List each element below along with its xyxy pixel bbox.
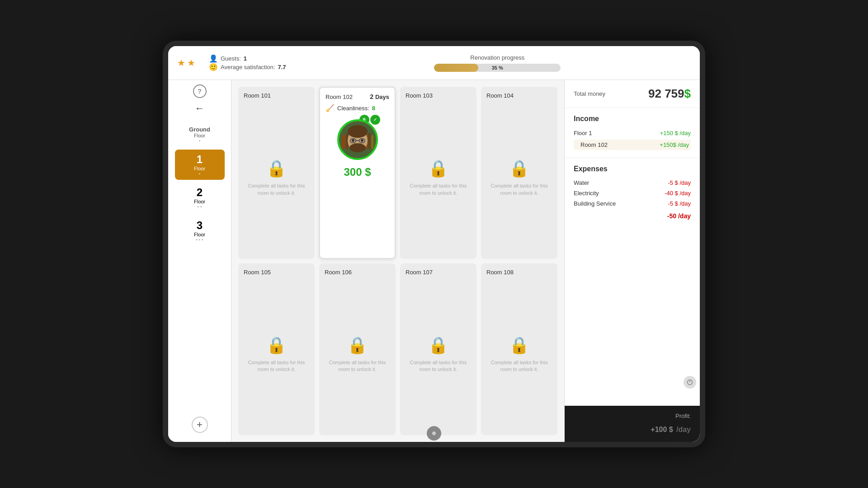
days-num: 2 [370,93,373,100]
avatar-wrapper: 9 ✓ [337,117,378,162]
room-105-card[interactable]: Room 105 🔒 Complete all tasks for this r… [238,263,315,436]
smile-icon: 🙂 [209,63,218,71]
ground-floor-label: Floor [194,133,205,138]
stars-section: ★ ★ [177,57,195,68]
room-107-header: Room 107 [406,269,471,276]
days-label: Days [375,94,389,100]
lock-icon-108: 🔒 [509,336,529,355]
room102-value: +150$ /day [660,141,689,148]
expenses-title: Expenses [574,165,691,173]
room102-label: Room 102 [580,141,608,148]
room-107-card[interactable]: Room 107 🔒 Complete all tasks for this r… [400,263,476,436]
profit-amount: +100 $ [651,426,673,433]
room-103-locked: 🔒 Complete all tasks for this room to un… [406,103,471,253]
guests-row: 👤 Guests: 1 [209,54,286,63]
svg-point-14 [361,139,363,142]
room-105-locked: 🔒 Complete all tasks for this room to un… [244,279,309,430]
room-104-card[interactable]: Room 104 🔒 Complete all tasks for this r… [481,87,557,259]
building-service-value: -5 $ /day [668,200,691,207]
building-service-label: Building Service [574,200,616,207]
room-106-locked-text: Complete all tasks for this room to unlo… [325,359,390,373]
renovation-section: Renovation progress 35 % [304,54,691,72]
room-101-name: Room 101 [244,92,271,99]
right-panel: Total money 92 759$ Income Floor 1 +150 … [564,80,700,442]
room-106-name: Room 106 [325,269,352,276]
sidebar: ? ← Ground Floor • 1 Floor • 2 Floor • • [168,80,231,442]
back-button[interactable]: ← [195,103,205,114]
home-dot [432,432,436,435]
floor-3-item[interactable]: 3 Floor • • • [175,216,225,246]
avatar-face [340,122,376,158]
room-101-locked-text: Complete all tasks for this room to unlo… [244,183,309,197]
room-108-card[interactable]: Room 108 🔒 Complete all tasks for this r… [481,263,557,436]
room-106-locked: 🔒 Complete all tasks for this room to un… [325,279,390,430]
cleanliness-row: 🧹 Cleanliness: 8 [326,104,389,113]
room-101-header: Room 101 [244,92,309,99]
room-105-locked-text: Complete all tasks for this room to unlo… [244,359,309,373]
lock-icon: 🔒 [266,159,287,178]
room-104-name: Room 104 [486,92,514,99]
room-102-days: 2 Days [370,93,389,100]
svg-rect-1 [342,135,345,149]
screen-bezel: ★ ★ 👤 Guests: 1 🙂 Average satisfaction: … [163,41,705,447]
guests-label: Guests: [221,55,241,62]
guests-info: 👤 Guests: 1 🙂 Average satisfaction: 7.7 [209,54,286,71]
room-106-header: Room 106 [325,269,390,276]
rooms-row-2: Room 105 🔒 Complete all tasks for this r… [238,263,557,436]
satisfaction-row: 🙂 Average satisfaction: 7.7 [209,63,286,71]
total-money-value: 92 759$ [648,87,691,101]
money-amount: 92 759 [648,87,684,100]
room-103-locked-text: Complete all tasks for this room to unlo… [406,183,471,197]
svg-rect-5 [368,133,371,149]
profit-section: Profit: +100 $ /day [565,406,700,442]
avatar-svg [340,122,376,158]
help-button[interactable]: ? [193,84,207,98]
room-103-header: Room 103 [406,92,471,99]
room-107-locked: 🔒 Complete all tasks for this room to un… [406,279,471,430]
renovation-bar: 35 % [434,64,561,72]
floor-1-item[interactable]: 1 Floor • [175,150,225,180]
room-101-card[interactable]: Room 101 🔒 Complete all tasks for this r… [238,87,315,259]
power-button[interactable] [684,376,696,389]
floor-2-num: 2 [197,186,203,199]
room-108-locked: 🔒 Complete all tasks for this room to un… [486,279,552,430]
floor-1-label: Floor [194,166,205,171]
floor-2-label: Floor [194,199,205,204]
add-floor-button[interactable]: + [192,417,208,433]
room-106-card[interactable]: Room 106 🔒 Complete all tasks for this r… [319,263,396,436]
income-title: Income [574,115,691,123]
room-103-card[interactable]: Room 103 🔒 Complete all tasks for this r… [400,87,476,259]
svg-point-8 [348,125,368,138]
svg-point-9 [349,143,366,152]
floor-3-stars: • • • [196,237,203,242]
cleanliness-icon: 🧹 [326,104,335,113]
room-102-header: Room 102 2 Days [326,93,389,100]
floor-3-label: Floor [194,232,205,237]
ground-floor-name: Ground [189,126,210,133]
total-money-label: Total money [574,90,605,97]
floor1-label: Floor 1 [574,130,592,136]
room-102-card[interactable]: Room 102 2 Days 🧹 Cleanliness: 8 [319,87,396,259]
room-101-locked: 🔒 Complete all tasks for this room to un… [244,103,309,253]
badge-check: ✓ [370,115,380,125]
guests-value: 1 [244,55,247,62]
guest-avatar [337,119,378,160]
room-104-header: Room 104 [486,92,552,99]
room-102-name: Room 102 [326,94,353,100]
electricity-value: -40 $ /day [665,190,691,197]
floor-2-stars: • • [198,204,202,209]
profit-label: Profit: [675,413,691,419]
room-108-header: Room 108 [486,269,552,276]
svg-point-13 [352,139,354,142]
home-button[interactable] [427,426,441,441]
lock-icon-103: 🔒 [428,159,448,178]
rooms-area: Room 101 🔒 Complete all tasks for this r… [231,80,564,442]
dollar-sign: $ [684,87,691,100]
expenses-section: Expenses Water -5 $ /day Electricity -40… [565,158,700,406]
total-expenses: -50 /day [574,212,691,220]
floor-2-item[interactable]: 2 Floor • • [175,183,225,213]
ground-floor-item[interactable]: Ground Floor • [175,122,225,147]
water-row: Water -5 $ /day [574,178,691,188]
profit-value: +100 $ /day [651,421,691,435]
cleanliness-label: Cleanliness: [337,105,369,112]
